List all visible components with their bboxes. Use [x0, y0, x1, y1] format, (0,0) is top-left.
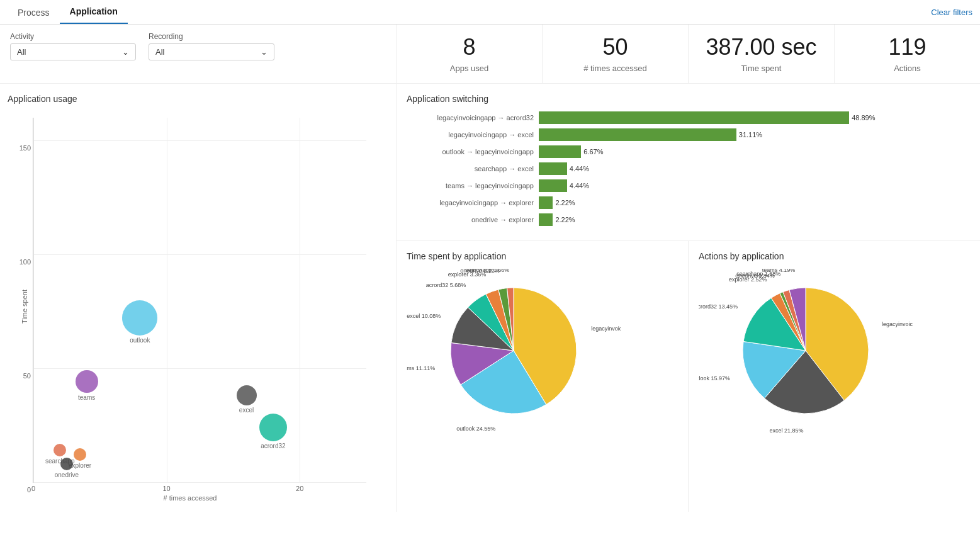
application-usage-title: Application usage	[8, 94, 388, 104]
tabs-bar: Process Application Clear filters	[0, 0, 980, 25]
switching-bar-label-2: outlook → legacyinvoicingapp	[407, 148, 539, 155]
clear-filters-button[interactable]: Clear filters	[931, 8, 972, 17]
switching-panel: Application switching legacyinvoicingapp…	[397, 84, 980, 241]
bubble-label-excel: excel	[239, 407, 254, 414]
switching-bar-value-3: 4.44%	[570, 165, 589, 172]
switching-bar-label-3: searchapp → excel	[407, 165, 539, 172]
bubble-outlook: outlook	[122, 300, 157, 336]
recording-filter: Recording All ⌄	[149, 32, 274, 60]
actions-title: Actions by application	[699, 251, 970, 261]
switching-bar-label-4: teams → legacyinvoicingapp	[407, 182, 539, 189]
switching-bar-fill-5	[539, 196, 553, 209]
switching-bar-value-0: 48.89%	[852, 114, 875, 121]
switching-bar-value-4: 4.44%	[570, 182, 589, 189]
switching-bar-row-4: teams → legacyinvoicingapp4.44%	[407, 179, 970, 192]
switching-bar-fill-6	[539, 213, 553, 226]
switching-bar-fill-1	[539, 128, 736, 141]
bubble-plot: 05010015001020legacyinvoicingappoutlookt…	[33, 118, 366, 483]
time-pie-svg: legacyinvoicingapp 41.34%outlook 24.55%t…	[407, 269, 621, 432]
bubble-acrord32: acrord32	[259, 414, 287, 441]
switching-bar-row-2: outlook → legacyinvoicingapp6.67%	[407, 145, 970, 158]
switching-bar-fill-2	[539, 145, 581, 158]
bubble-explorer: explorer	[74, 448, 86, 461]
recording-label: Recording	[149, 32, 274, 41]
stat-number-times-accessed: 50	[555, 35, 675, 60]
pie-label-4: acrord32 5.68%	[426, 282, 466, 288]
pie-label-7: teams 4.19%	[762, 269, 796, 273]
stat-label-time-spent: Time spent	[701, 64, 821, 73]
switching-bar-value-6: 2.22%	[555, 216, 575, 223]
bottom-charts: Time spent by application legacyinvoicin…	[397, 241, 980, 512]
activity-label: Activity	[10, 32, 136, 41]
application-usage-panel: Application usage Time spent 05010015001…	[0, 84, 397, 512]
switching-bar-row-0: legacyinvoicingapp → acrord3248.89%	[407, 111, 970, 124]
switching-bar-row-5: legacyinvoicingapp → explorer2.22%	[407, 196, 970, 209]
pie-label-7: searchapp 1.66%	[465, 269, 509, 273]
bubble-label-teams: teams	[78, 394, 95, 401]
bubble-onedrive: onedrive	[60, 458, 73, 470]
time-pie-wrapper: legacyinvoicingapp 41.34%outlook 24.55%t…	[407, 269, 678, 445]
stat-label-times-accessed: # times accessed	[555, 64, 675, 73]
actions-pie-svg: legacyinvoicingapp 39.5%excel 21.85%outl…	[699, 269, 913, 432]
stat-card-apps-used: 8 Apps used	[397, 25, 543, 83]
switching-bar-fill-3	[539, 162, 567, 175]
actions-chart: Actions by application legacyinvoicingap…	[689, 241, 980, 512]
pie-label-3: acrord32 13.45%	[699, 303, 738, 310]
tab-process[interactable]: Process	[8, 1, 60, 24]
switching-bar-value-5: 2.22%	[555, 199, 575, 206]
bubble-excel: excel	[237, 385, 257, 405]
bubble-searchapp: searchapp	[54, 444, 66, 456]
chevron-down-icon2: ⌄	[261, 47, 268, 57]
pie-label-1: excel 21.85%	[770, 427, 804, 432]
stats-cards: 8 Apps used50 # times accessed387.00 sec…	[397, 25, 980, 83]
switching-bar-row-1: legacyinvoicingapp → excel31.11%	[407, 128, 970, 141]
stat-label-actions: Actions	[847, 64, 967, 73]
y-axis-label: Time spent	[21, 290, 28, 324]
activity-filter: Activity All ⌄	[10, 32, 136, 60]
pie-label-3: excel 10.08%	[407, 312, 441, 319]
switching-bar-fill-4	[539, 179, 567, 192]
time-spent-chart: Time spent by application legacyinvoicin…	[397, 241, 689, 512]
switching-bar-fill-0	[539, 111, 849, 124]
switching-bar-label-6: onedrive → explorer	[407, 216, 539, 223]
bubble-label-outlook: outlook	[130, 337, 150, 344]
stat-card-actions: 119 Actions	[835, 25, 980, 83]
bubble-label-onedrive: onedrive	[55, 471, 79, 478]
stat-number-time-spent: 387.00 sec	[701, 35, 821, 60]
switching-bar-label-0: legacyinvoicingapp → acrord32	[407, 114, 539, 121]
switching-bar-row-3: searchapp → excel4.44%	[407, 162, 970, 175]
bubble-label-acrord32: acrord32	[261, 443, 285, 449]
chevron-down-icon: ⌄	[122, 47, 129, 57]
stat-label-apps-used: Apps used	[409, 64, 529, 73]
switching-bars: legacyinvoicingapp → acrord3248.89%legac…	[407, 111, 970, 226]
time-spent-title: Time spent by application	[407, 251, 678, 261]
pie-label-0: legacyinvoicingapp 39.5%	[882, 321, 913, 327]
stat-number-apps-used: 8	[409, 35, 529, 60]
pie-label-2: teams 11.11%	[407, 364, 435, 371]
switching-bar-label-5: legacyinvoicingapp → explorer	[407, 199, 539, 206]
pie-label-1: outlook 24.55%	[456, 426, 495, 432]
stat-number-actions: 119	[847, 35, 967, 60]
switching-bar-row-6: onedrive → explorer2.22%	[407, 213, 970, 226]
pie-label-2: outlook 15.97%	[699, 375, 730, 381]
activity-select[interactable]: All ⌄	[10, 43, 136, 60]
stat-card-times-accessed: 50 # times accessed	[543, 25, 689, 83]
bubble-teams: teams	[76, 370, 98, 393]
switching-bar-value-1: 31.11%	[739, 131, 762, 138]
actions-pie-wrapper: legacyinvoicingapp 39.5%excel 21.85%outl…	[699, 269, 970, 445]
switching-bar-value-2: 6.67%	[583, 148, 603, 155]
tab-application[interactable]: Application	[60, 0, 128, 24]
x-axis-label: # times accessed	[164, 494, 217, 502]
switching-title: Application switching	[407, 94, 970, 104]
stat-card-time-spent: 387.00 sec Time spent	[689, 25, 835, 83]
switching-bar-label-1: legacyinvoicingapp → excel	[407, 131, 539, 138]
right-panel: Application switching legacyinvoicingapp…	[397, 84, 980, 512]
recording-select[interactable]: All ⌄	[149, 43, 274, 60]
main-content: Application usage Time spent 05010015001…	[0, 84, 980, 512]
pie-label-0: legacyinvoicingapp 41.34%	[591, 325, 621, 332]
